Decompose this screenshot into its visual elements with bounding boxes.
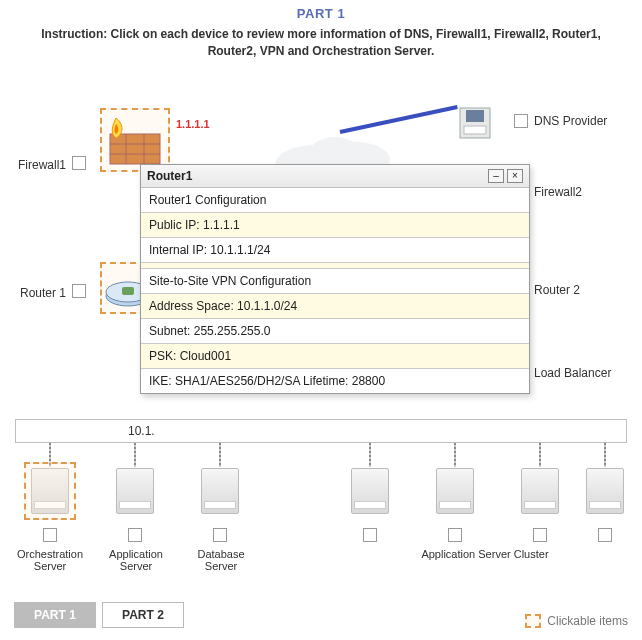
dialog-minimize-button[interactable]: –	[488, 169, 504, 183]
svg-rect-1	[464, 126, 486, 134]
cluster-server-icon[interactable]	[586, 468, 624, 514]
dialog-row: Router1 Configuration	[141, 188, 529, 212]
instruction-text: Instruction: Click on each device to rev…	[40, 26, 602, 61]
cluster-checkbox-3[interactable]	[533, 528, 547, 542]
clickable-legend: Clickable items	[525, 614, 628, 628]
db-server-checkbox[interactable]	[213, 528, 227, 542]
dns-server-icon[interactable]	[452, 100, 498, 146]
firewall1-checkbox[interactable]	[72, 156, 86, 170]
legend-text: Clickable items	[547, 614, 628, 628]
dialog-titlebar[interactable]: Router1 – ×	[141, 165, 529, 188]
router1-label: Router 1	[14, 286, 66, 300]
db-server-icon[interactable]	[201, 468, 239, 514]
rack-stem	[539, 443, 541, 467]
part2-tab[interactable]: PART 2	[102, 602, 184, 628]
cluster-checkbox-2[interactable]	[448, 528, 462, 542]
dialog-row: Internal IP: 10.1.1.1/24	[141, 237, 529, 262]
dns-checkbox[interactable]	[514, 114, 528, 128]
dialog-row: IKE: SHA1/AES256/DH2/SA Lifetime: 28800	[141, 368, 529, 393]
subnet-left-text: 10.1.	[128, 424, 155, 438]
subnet-bar-left	[15, 419, 627, 443]
dialog-title: Router1	[147, 169, 192, 183]
dns-label: DNS Provider	[534, 114, 607, 128]
orchestration-label: Orchestration Server	[10, 548, 90, 572]
firewall2-label: Firewall2	[534, 185, 582, 199]
orchestration-checkbox[interactable]	[43, 528, 57, 542]
app-server-label: Application Server	[98, 548, 174, 572]
cluster-checkbox-1[interactable]	[363, 528, 377, 542]
db-server-label: Database Server	[186, 548, 256, 572]
rack-stem	[134, 443, 136, 467]
svg-point-5	[310, 137, 360, 167]
dialog-row: PSK: Cloud001	[141, 343, 529, 368]
rack-stem	[369, 443, 371, 467]
part-heading: PART 1	[0, 6, 642, 21]
router1-checkbox[interactable]	[72, 284, 86, 298]
rack-stem	[219, 443, 221, 467]
diagram-canvas: PART 1 Instruction: Click on each device…	[0, 0, 642, 640]
cluster-server-icon[interactable]	[436, 468, 474, 514]
cluster-label: Application Server Cluster	[400, 548, 570, 560]
legend-swatch-icon	[525, 614, 541, 628]
cluster-server-icon[interactable]	[521, 468, 559, 514]
rack-stem	[604, 443, 606, 467]
load-balancer-label: Load Balancer	[534, 366, 611, 380]
app-server-checkbox[interactable]	[128, 528, 142, 542]
cluster-server-icon[interactable]	[351, 468, 389, 514]
part1-tab[interactable]: PART 1	[14, 602, 96, 628]
svg-rect-6	[110, 134, 160, 164]
firewall1-icon[interactable]	[106, 116, 164, 168]
dialog-row: Address Space: 10.1.1.0/24	[141, 293, 529, 318]
rack-stem	[454, 443, 456, 467]
firewall1-label: Firewall1	[14, 158, 66, 172]
orchestration-clickable[interactable]	[24, 462, 76, 520]
firewall1-ip-label: 1.1.1.1	[176, 118, 210, 130]
svg-rect-13	[122, 287, 134, 295]
dialog-row: Subnet: 255.255.255.0	[141, 318, 529, 343]
device-info-dialog: Router1 – × Router1 Configuration Public…	[140, 164, 530, 394]
dialog-row: Site-to-Site VPN Configuration	[141, 268, 529, 293]
dialog-close-button[interactable]: ×	[507, 169, 523, 183]
cluster-checkbox-4[interactable]	[598, 528, 612, 542]
dialog-row: Public IP: 1.1.1.1	[141, 212, 529, 237]
router2-label: Router 2	[534, 283, 580, 297]
app-server-icon[interactable]	[116, 468, 154, 514]
svg-rect-2	[466, 110, 484, 122]
